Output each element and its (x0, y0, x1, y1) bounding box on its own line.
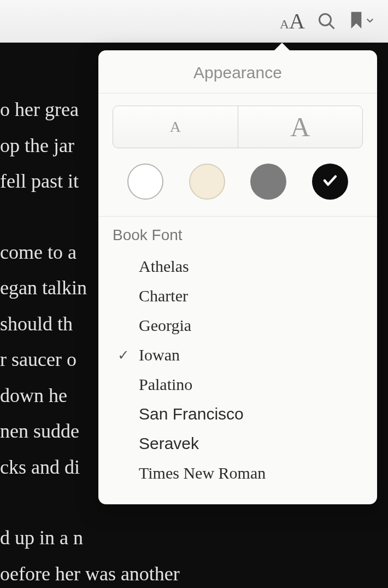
reader-paragraph: d up in a n oefore her was another still… (0, 520, 388, 588)
font-name: Seravek (134, 434, 199, 453)
theme-white-swatch[interactable] (127, 164, 163, 200)
font-item-iowan[interactable]: ✓ Iowan (98, 340, 377, 370)
font-size-controls: A A (113, 106, 363, 148)
theme-gray-swatch[interactable] (250, 164, 286, 200)
popover-title: Appearance (98, 50, 377, 93)
font-size-small-a-icon: A (280, 17, 289, 32)
increase-font-size-button[interactable]: A (238, 106, 363, 148)
font-name: Palatino (134, 375, 192, 394)
font-section: Book Font Athelas Charter Georgia ✓ Iowa… (98, 217, 377, 504)
reader-line: d up in a n (0, 520, 388, 556)
toolbar: AA (0, 0, 388, 43)
svg-point-0 (320, 14, 331, 25)
font-name: Iowan (134, 346, 180, 364)
font-check-icon: ✓ (113, 347, 134, 364)
font-section-label: Book Font (98, 226, 377, 244)
font-name: Charter (134, 287, 188, 305)
search-icon (317, 11, 337, 31)
chevron-down-icon (365, 15, 375, 27)
appearance-popover: Appearance A A Book Font Athelas (98, 50, 377, 504)
font-size-large-a-icon: A (289, 8, 305, 34)
divider (98, 93, 377, 94)
font-item-palatino[interactable]: Palatino (98, 370, 377, 399)
theme-swatches (98, 148, 377, 216)
popover-arrow (273, 43, 291, 51)
appearance-button[interactable]: AA (280, 8, 305, 34)
font-item-sanfrancisco[interactable]: San Francisco (98, 399, 377, 429)
decrease-font-size-button[interactable]: A (113, 106, 238, 148)
theme-sepia-swatch[interactable] (189, 164, 225, 200)
font-item-charter[interactable]: Charter (98, 281, 377, 311)
font-name: Times New Roman (134, 464, 266, 482)
font-name: Georgia (134, 316, 191, 335)
bookmark-button[interactable] (349, 10, 375, 32)
font-name: San Francisco (134, 405, 244, 423)
font-item-georgia[interactable]: Georgia (98, 311, 377, 340)
font-name: Athelas (134, 257, 189, 276)
font-list: Athelas Charter Georgia ✓ Iowan Palatino… (98, 252, 377, 488)
bookmark-icon (349, 10, 364, 32)
font-item-athelas[interactable]: Athelas (98, 252, 377, 281)
font-item-seravek[interactable]: Seravek (98, 429, 377, 458)
font-item-times[interactable]: Times New Roman (98, 458, 377, 488)
svg-line-1 (330, 24, 334, 28)
search-button[interactable] (317, 11, 337, 31)
theme-night-swatch[interactable] (312, 164, 348, 200)
reader-line: oefore her was another (0, 556, 388, 588)
checkmark-icon (322, 172, 338, 191)
